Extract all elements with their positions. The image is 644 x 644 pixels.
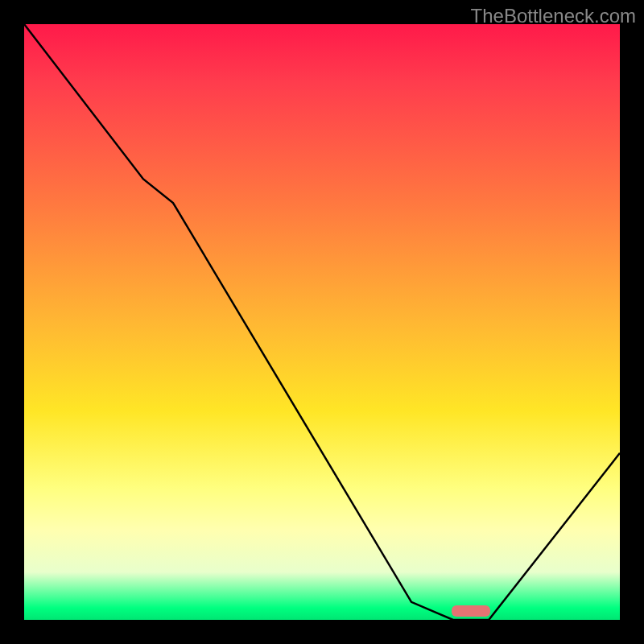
watermark-text: TheBottleneck.com bbox=[471, 5, 636, 27]
bottleneck-curve bbox=[24, 24, 620, 620]
chart-area bbox=[24, 24, 620, 620]
optimal-point-marker bbox=[452, 605, 490, 617]
